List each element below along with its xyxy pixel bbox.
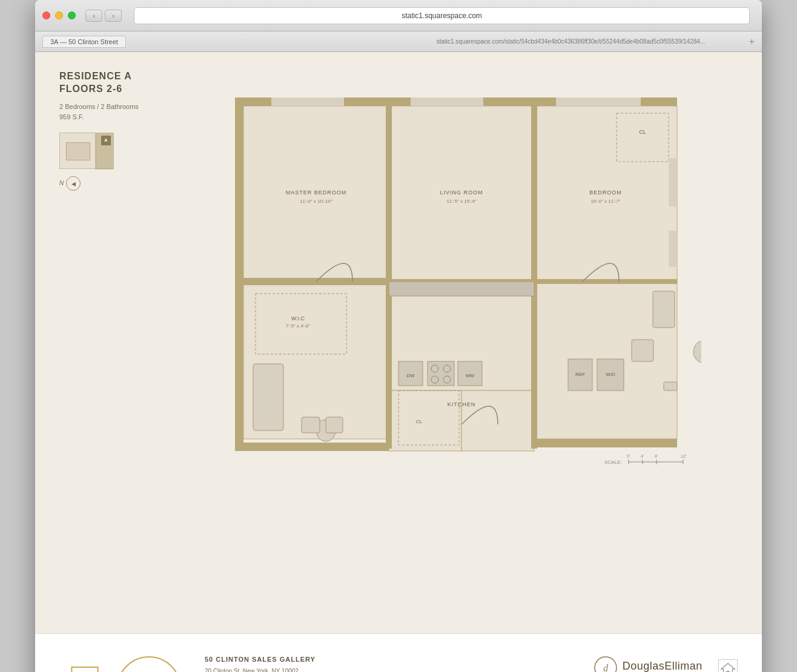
svg-text:7'-5" x 4'-6": 7'-5" x 4'-6"	[286, 323, 310, 329]
sales-gallery-title: 50 CLINTON SALES GALLERY	[205, 656, 435, 663]
close-button[interactable]	[42, 12, 50, 19]
full-url: static1.squarespace.com/static/54cbd434e…	[437, 38, 739, 45]
svg-rect-25	[664, 382, 677, 390]
svg-rect-26	[253, 364, 283, 430]
logo-50: 5 CLINTON ST	[59, 646, 180, 672]
titlebar: ‹ › static1.squarespace.com	[35, 0, 762, 31]
svg-text:12': 12'	[681, 454, 686, 458]
svg-text:LIVING ROOM: LIVING ROOM	[440, 189, 483, 196]
mini-map-main	[60, 133, 96, 170]
svg-rect-29	[326, 417, 343, 433]
mini-map-label: A	[101, 136, 111, 145]
svg-text:0': 0'	[627, 454, 630, 458]
floorplan-svg: MASTER BEDROOM 11'-0" x 10'-10" LIVING R…	[205, 82, 701, 476]
svg-rect-41	[271, 97, 344, 106]
svg-text:CL: CL	[639, 129, 646, 135]
url-text: static1.squarespace.com	[402, 12, 482, 20]
compass: N ◂	[59, 176, 139, 191]
sales-info: 50 CLINTON SALES GALLERY 20 Clinton St, …	[205, 656, 435, 672]
floorplan-area: MASTER BEDROOM 11'-0" x 10'-10" LIVING R…	[205, 70, 738, 478]
svg-rect-2	[235, 97, 243, 451]
equal-housing-icon: EQUAL HOUSING	[718, 659, 738, 672]
svg-text:MW: MW	[466, 373, 475, 378]
svg-text:BEDROOM: BEDROOM	[589, 189, 622, 196]
active-tab[interactable]: 3A — 50 Clinton Street	[42, 36, 126, 48]
svg-rect-23	[632, 340, 653, 361]
browser-window: ‹ › static1.squarespace.com 3A — 50 Clin…	[35, 0, 762, 672]
svg-text:W/D: W/D	[606, 372, 615, 377]
svg-text:8': 8'	[655, 454, 658, 458]
svg-rect-28	[302, 417, 320, 433]
svg-text:REF: REF	[575, 372, 585, 377]
svg-text:KITCHEN: KITCHEN	[448, 401, 476, 407]
sales-address: 20 Clinton St, New York, NY 10002 212.89…	[205, 667, 435, 672]
svg-text:5: 5	[65, 648, 105, 672]
svg-text:CL: CL	[416, 419, 423, 424]
svg-text:10'-0" x 11'-7": 10'-0" x 11'-7"	[590, 199, 620, 204]
svg-text:W.I.C: W.I.C	[291, 315, 305, 321]
svg-text:SCALE:: SCALE:	[604, 460, 621, 465]
compass-arrow: ◂	[66, 176, 81, 191]
svg-rect-39	[389, 282, 534, 296]
logo-svg: 5 CLINTON ST	[59, 646, 180, 672]
svg-point-24	[693, 341, 701, 363]
forward-button[interactable]: ›	[105, 10, 122, 22]
svg-text:11'-5" x 15'-4": 11'-5" x 15'-4"	[446, 199, 476, 204]
svg-marker-76	[721, 664, 735, 672]
svg-rect-22	[653, 291, 675, 328]
residence-details: 2 Bedrooms / 2 Bathrooms 959 S.F.	[59, 102, 139, 123]
toolbar: 3A — 50 Clinton Street static1.squarespa…	[35, 31, 762, 52]
svg-point-72	[117, 657, 180, 672]
svg-rect-43	[556, 97, 641, 106]
svg-rect-13	[534, 439, 677, 447]
svg-rect-31	[428, 361, 454, 386]
de-logo-mark: d	[594, 656, 618, 672]
svg-text:MASTER BEDROOM: MASTER BEDROOM	[286, 189, 347, 196]
svg-rect-42	[411, 97, 483, 106]
minimize-button[interactable]	[55, 12, 63, 19]
page-content: RESIDENCE A FLOORS 2-6 2 Bedrooms / 2 Ba…	[35, 52, 762, 633]
traffic-lights	[42, 12, 76, 19]
mini-map-unit	[66, 142, 90, 160]
nav-buttons: ‹ ›	[85, 10, 122, 22]
new-tab-button[interactable]: +	[749, 36, 755, 47]
residence-title: RESIDENCE A FLOORS 2-6	[59, 70, 139, 96]
residence-info: RESIDENCE A FLOORS 2-6 2 Bedrooms / 2 Ba…	[59, 70, 139, 191]
svg-text:DW: DW	[406, 373, 415, 378]
svg-rect-44	[669, 158, 677, 206]
de-name: DouglasElliman	[623, 660, 706, 672]
svg-text:4': 4'	[641, 454, 644, 458]
address-bar[interactable]: static1.squarespace.com	[134, 7, 750, 24]
svg-rect-11	[389, 390, 461, 451]
svg-text:d: d	[603, 663, 609, 672]
fullscreen-button[interactable]	[68, 12, 76, 19]
back-button[interactable]: ‹	[85, 10, 102, 22]
compass-n-label: N	[59, 180, 64, 186]
footer: 5 CLINTON ST 50 CLINTON SALES GALLERY 20…	[35, 633, 762, 672]
douglas-elliman-logo: d DouglasElliman DEVELOPMENT MARKETING E…	[594, 656, 738, 672]
de-text-block: DouglasElliman DEVELOPMENT MARKETING	[623, 660, 706, 672]
svg-text:11'-0" x 10'-10": 11'-0" x 10'-10"	[300, 199, 332, 204]
footer-info: 50 CLINTON SALES GALLERY 20 Clinton St, …	[180, 656, 738, 672]
svg-rect-45	[669, 231, 677, 267]
mini-map: A	[59, 133, 114, 169]
tab-bar: 3A — 50 Clinton Street	[42, 36, 432, 48]
